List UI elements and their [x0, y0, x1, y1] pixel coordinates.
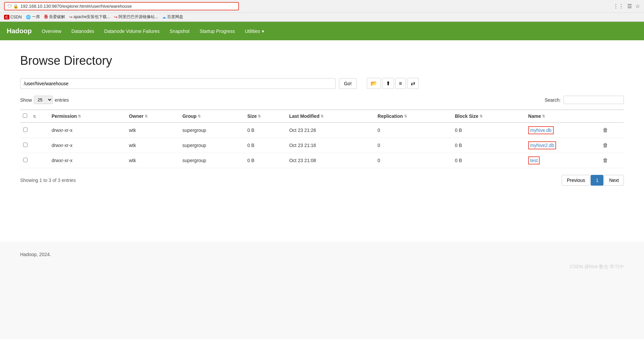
row-replication: 0 [375, 138, 452, 153]
th-sort[interactable]: ⇅ [30, 110, 49, 123]
upload-icon-btn[interactable]: ⬆ [382, 78, 394, 89]
row-owner: wtk [126, 138, 180, 153]
row-last-modified: Oct 23 21:26 [287, 123, 375, 138]
pagination-buttons: Previous 1 Next [562, 175, 624, 186]
row-name-link[interactable]: test [530, 158, 538, 163]
row-checkbox[interactable] [23, 158, 28, 162]
last-modified-label: Last Modified [289, 113, 319, 119]
path-bar: Go! 📂 ⬆ ≡ ⇄ [20, 78, 624, 89]
main-content: Browse Directory Go! 📂 ⬆ ≡ ⇄ Show 25 10 … [0, 40, 644, 242]
row-delete-cell: 🗑 [600, 153, 624, 168]
go-button[interactable]: Go! [339, 78, 357, 89]
row-checkbox[interactable] [23, 128, 28, 132]
star-icon[interactable]: ☆ [635, 3, 640, 9]
row-permission: drwxr-xr-x [49, 153, 126, 168]
row-last-modified: Oct 23 21:08 [287, 153, 375, 168]
bookmark-baidu-label: 百度网盘 [167, 14, 183, 20]
replication-label: Replication [378, 113, 403, 119]
block-size-label: Block Size [455, 113, 479, 119]
showing-text: Showing 1 to 3 of 3 entries [20, 178, 76, 183]
toolbar-icons: 📂 ⬆ ≡ ⇄ [367, 78, 419, 89]
grid-icon[interactable]: ⋮⋮ [613, 3, 624, 9]
th-block-size[interactable]: Block Size ⇅ [452, 110, 526, 123]
row-replication: 0 [375, 153, 452, 168]
row-group: supergroup [180, 153, 245, 168]
globe-icon: 🌐 [26, 15, 31, 19]
row-replication: 0 [375, 123, 452, 138]
shield-icon: 🛡 [7, 4, 12, 9]
name-label: Name [528, 113, 541, 119]
search-row: Search: [545, 96, 624, 104]
row-last-modified: Oct 23 21:16 [287, 138, 375, 153]
bookmark-apache[interactable]: ↪ apache安装包下载... [69, 14, 110, 20]
sort-arrows-icon: ⇅ [33, 114, 36, 118]
select-all-checkbox[interactable] [23, 113, 27, 118]
nav-utilities[interactable]: Utilities ▾ [245, 29, 264, 34]
next-button[interactable]: Next [604, 175, 624, 186]
list-icon-btn[interactable]: ≡ [395, 78, 406, 89]
footer-watermark: CSDN @hive 数仓 学习中 [0, 260, 644, 273]
row-permission: drwxr-xr-x [49, 123, 126, 138]
page-1-button[interactable]: 1 [591, 175, 603, 186]
row-delete-cell: 🗑 [600, 138, 624, 153]
bookmark-yixi[interactable]: 🌐 一席 [26, 14, 40, 20]
entries-select[interactable]: 25 10 50 100 [34, 96, 53, 104]
nav-datanode-volume-failures[interactable]: Datanode Volume Failures [104, 27, 160, 36]
row-checkbox-cell [20, 138, 30, 153]
footer: Hadoop, 2024. [0, 242, 644, 260]
group-sort-icon: ⇅ [198, 114, 201, 118]
bookmark-baidu[interactable]: ☁ 百度网盘 [162, 14, 183, 20]
bookmark-52pojie[interactable]: 吾 吾爱破解 [44, 14, 65, 20]
permission-label: Permission [52, 113, 77, 119]
row-name-cell: test [526, 153, 600, 168]
group-label: Group [183, 113, 197, 119]
address-bar-container[interactable]: 🛡 🔒 192.168.10.130:9870/explorer.html#/u… [4, 2, 239, 10]
bookmark-yixi-label: 一席 [32, 14, 40, 20]
block-size-sort-icon: ⇅ [480, 114, 483, 118]
52pojie-icon: 吾 [44, 14, 48, 20]
browser-actions: ⋮⋮ ☰ ☆ [613, 3, 640, 9]
row-name-link[interactable]: myhive2.db [530, 143, 554, 148]
search-input[interactable] [563, 96, 624, 104]
aliyun-icon: ↪ [114, 15, 117, 19]
nav-snapshot[interactable]: Snapshot [170, 27, 190, 36]
search-label: Search: [545, 97, 561, 103]
th-last-modified[interactable]: Last Modified ⇅ [287, 110, 375, 123]
copy-icon-btn[interactable]: ⇄ [407, 78, 419, 89]
bookmarks-bar: C CSDN 🌐 一席 吾 吾爱破解 ↪ apache安装包下载... ↪ 阿里… [0, 13, 644, 21]
bookmark-aliyun[interactable]: ↪ 阿里巴巴开源镜像站... [114, 14, 158, 20]
owner-label: Owner [129, 113, 144, 119]
bookmark-csdn[interactable]: C CSDN [4, 15, 22, 19]
th-group[interactable]: Group ⇅ [180, 110, 245, 123]
nav-overview[interactable]: Overview [42, 27, 61, 36]
lock-icon: 🔒 [13, 4, 18, 9]
nav-datanodes[interactable]: Datanodes [71, 27, 94, 36]
nav-startup-progress[interactable]: Startup Progress [200, 27, 235, 36]
row-icon-cell [30, 138, 49, 153]
delete-icon[interactable]: 🗑 [603, 142, 608, 148]
path-input[interactable] [20, 78, 336, 89]
row-delete-cell: 🗑 [600, 123, 624, 138]
row-name-link[interactable]: myhive.db [530, 128, 552, 133]
folder-icon-btn[interactable]: 📂 [367, 78, 381, 89]
previous-button[interactable]: Previous [562, 175, 590, 186]
th-permission[interactable]: Permission ⇅ [49, 110, 126, 123]
th-size[interactable]: Size ⇅ [245, 110, 287, 123]
apache-icon: ↪ [69, 15, 72, 19]
bookmark-list-icon[interactable]: ☰ [627, 3, 632, 9]
owner-sort-icon: ⇅ [145, 114, 148, 118]
row-group: supergroup [180, 138, 245, 153]
th-owner[interactable]: Owner ⇅ [126, 110, 180, 123]
th-name[interactable]: Name ⇅ [526, 110, 600, 123]
row-block-size: 0 B [452, 138, 526, 153]
th-replication[interactable]: Replication ⇅ [375, 110, 452, 123]
delete-icon[interactable]: 🗑 [603, 157, 608, 163]
row-checkbox[interactable] [23, 143, 28, 147]
delete-icon[interactable]: 🗑 [603, 127, 608, 133]
table-row: drwxr-xr-x wtk supergroup 0 B Oct 23 21:… [20, 153, 624, 168]
bookmark-csdn-label: CSDN [10, 15, 22, 19]
row-size: 0 B [245, 123, 287, 138]
row-icon-cell [30, 153, 49, 168]
bookmark-aliyun-label: 阿里巴巴开源镜像站... [118, 14, 158, 20]
row-owner: wtk [126, 153, 180, 168]
